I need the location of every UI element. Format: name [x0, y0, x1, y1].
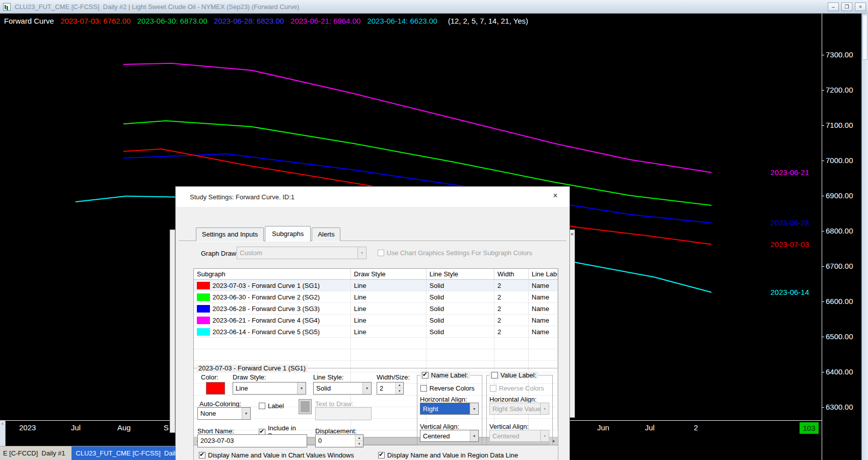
chevron-down-icon[interactable]: ▼: [363, 382, 371, 394]
checkbox-icon[interactable]: [491, 372, 498, 378]
chevron-down-icon[interactable]: ▼: [470, 430, 478, 441]
name-horizontal-align-combo[interactable]: Right▼: [420, 403, 479, 415]
checkbox-icon[interactable]: [422, 372, 428, 378]
name-vertical-align-combo[interactable]: Centered▼: [420, 430, 479, 442]
background-dialog-edge-right: ×: [569, 229, 575, 418]
table-cell[interactable]: 2023-06-28 - Forward Curve 3 (SG3): [194, 303, 351, 314]
table-cell[interactable]: Line: [351, 291, 426, 302]
tab-subgraphs[interactable]: Subgraphs: [265, 226, 311, 242]
label-checkbox[interactable]: Label: [259, 402, 284, 410]
background-dialog-close-icon[interactable]: ×: [570, 231, 573, 237]
table-cell[interactable]: Name: [529, 315, 558, 326]
spin-down-icon[interactable]: ▼: [355, 441, 363, 447]
tab-settings-and-inputs[interactable]: Settings and Inputs: [196, 227, 264, 241]
chevron-down-icon[interactable]: ▼: [470, 403, 478, 414]
table-cell[interactable]: Name: [529, 326, 558, 337]
table-cell: [351, 349, 426, 360]
price-tick-label: 7000.00: [826, 156, 866, 165]
checkbox-icon: [490, 385, 496, 392]
table-cell[interactable]: 2: [494, 326, 529, 337]
checkbox-icon[interactable]: [259, 403, 265, 409]
table-cell[interactable]: Solid: [426, 315, 494, 326]
table-cell[interactable]: Name: [529, 280, 558, 291]
dialog-titlebar[interactable]: Study Settings: Forward Curve. ID:1 ×: [176, 187, 569, 207]
subgraph-row[interactable]: 2023-06-21 - Forward Curve 4 (SG4)LineSo…: [194, 315, 558, 326]
table-cell: [426, 338, 494, 349]
column-header[interactable]: Line Label: [529, 269, 558, 279]
name-reverse-colors-checkbox[interactable]: Reverse Colors: [420, 385, 475, 392]
table-cell[interactable]: 2: [494, 303, 529, 314]
table-cell[interactable]: Solid: [426, 291, 494, 302]
table-cell[interactable]: 2023-06-14 - Forward Curve 5 (SG5): [194, 326, 351, 337]
width-size-spinner[interactable]: 2 ▲▼: [377, 382, 404, 395]
tab-daily-2-active[interactable]: CLU23_FUT_CME [C-FCSS] Daily #: [71, 446, 178, 460]
checkbox-icon[interactable]: [378, 452, 385, 458]
table-cell[interactable]: 2023-06-21 - Forward Curve 4 (SG4): [194, 315, 351, 326]
data-line-study-name: Forward Curve: [4, 17, 54, 25]
price-tick-label: 6800.00: [826, 226, 866, 235]
table-cell[interactable]: 2: [494, 291, 529, 302]
table-cell[interactable]: Solid: [426, 303, 494, 314]
subgraph-color-swatch: [197, 328, 210, 336]
spin-up-icon[interactable]: ▲: [355, 435, 363, 441]
spin-up-icon[interactable]: ▲: [396, 382, 403, 389]
checkbox-icon[interactable]: [420, 385, 427, 392]
table-cell[interactable]: 2023-06-30 - Forward Curve 2 (SG2): [194, 291, 351, 302]
table-cell[interactable]: Line: [351, 303, 426, 314]
dialog-close-icon[interactable]: ×: [550, 191, 560, 201]
table-cell[interactable]: 2: [494, 280, 529, 291]
column-header[interactable]: Draw Style: [351, 269, 426, 279]
column-header[interactable]: Width: [494, 269, 529, 279]
chevron-down-icon[interactable]: ▼: [297, 382, 306, 394]
tab-daily-1[interactable]: E [C-FCCD] Daily #1: [0, 446, 65, 460]
displacement-spinner[interactable]: 0 ▲▼: [315, 434, 364, 447]
price-tick-label: 6300.00: [826, 403, 866, 411]
auto-coloring-combo[interactable]: None▼: [197, 407, 251, 420]
subgraph-row[interactable]: 2023-06-14 - Forward Curve 5 (SG5)LineSo…: [194, 326, 558, 338]
time-tick-label: S: [164, 423, 169, 432]
maximize-button[interactable]: ❐: [841, 3, 852, 11]
subgraph-row[interactable]: 2023-06-30 - Forward Curve 2 (SG2)LineSo…: [194, 291, 558, 303]
close-button[interactable]: ×: [855, 3, 866, 11]
vertical-scrollbar-thumb[interactable]: [862, 15, 867, 60]
table-cell[interactable]: 2: [494, 315, 529, 326]
line-style-combo[interactable]: Solid▼: [313, 382, 372, 395]
label-color-button[interactable]: [299, 399, 312, 414]
value-label-group-title[interactable]: Value Label:: [489, 371, 538, 379]
minimize-button[interactable]: –: [828, 3, 839, 11]
display-region-data-checkbox[interactable]: Display Name and Value in Region Data Li…: [378, 451, 518, 459]
table-cell[interactable]: Name: [529, 303, 558, 314]
display-chart-values-checkbox[interactable]: Display Name and Value in Chart Values W…: [199, 451, 354, 459]
column-header[interactable]: Subgraph: [194, 269, 351, 279]
price-tick-label: 6500.00: [826, 332, 866, 341]
subgraph-row[interactable]: 2023-06-28 - Forward Curve 3 (SG3)LineSo…: [194, 303, 558, 315]
table-cell[interactable]: Line: [351, 280, 426, 291]
subgraph-row[interactable]: 2023-07-03 - Forward Curve 1 (SG1)LineSo…: [194, 280, 558, 291]
table-cell[interactable]: Line: [351, 326, 426, 337]
spin-down-icon[interactable]: ▼: [396, 389, 403, 395]
short-name-input[interactable]: 2023-07-03: [197, 434, 307, 447]
chevron-down-icon[interactable]: ▼: [242, 408, 250, 419]
name-label-group-title[interactable]: Name Label:: [420, 371, 470, 379]
price-axis-line: [822, 14, 822, 460]
horizontal-scroll-left-arrow[interactable]: ‹: [0, 420, 6, 446]
forward-curve-line-2023-06-21: [123, 63, 711, 173]
tab-alerts[interactable]: Alerts: [312, 227, 340, 241]
table-cell[interactable]: Name: [529, 291, 558, 302]
draw-style-combo[interactable]: Line▼: [233, 382, 306, 395]
use-chart-graphics-checkbox: Use Chart Graphics Settings For Subgraph…: [378, 249, 532, 257]
chart-tab-bar: E [C-FCCD] Daily #1 CLU23_FUT_CME [C-FCS…: [0, 446, 178, 460]
table-cell[interactable]: 2023-07-03 - Forward Curve 1 (SG1): [194, 280, 351, 291]
column-header[interactable]: Line Style: [426, 269, 494, 279]
checkbox-icon[interactable]: [199, 452, 205, 458]
time-tick-label: Aug: [117, 423, 131, 432]
color-swatch-button[interactable]: [206, 382, 225, 395]
auto-coloring-label: Auto-Coloring:: [199, 400, 241, 408]
vertical-scrollbar[interactable]: [861, 14, 868, 460]
name-label-groupbox: Name Label: Reverse Colors Horizontal Al…: [417, 375, 482, 445]
table-cell[interactable]: Solid: [426, 326, 494, 337]
table-cell[interactable]: Line: [351, 315, 426, 326]
data-line-value: 2023-07-03: 6762.00: [60, 17, 130, 25]
table-cell[interactable]: Solid: [426, 280, 494, 291]
price-tick-mark: [822, 372, 824, 372]
